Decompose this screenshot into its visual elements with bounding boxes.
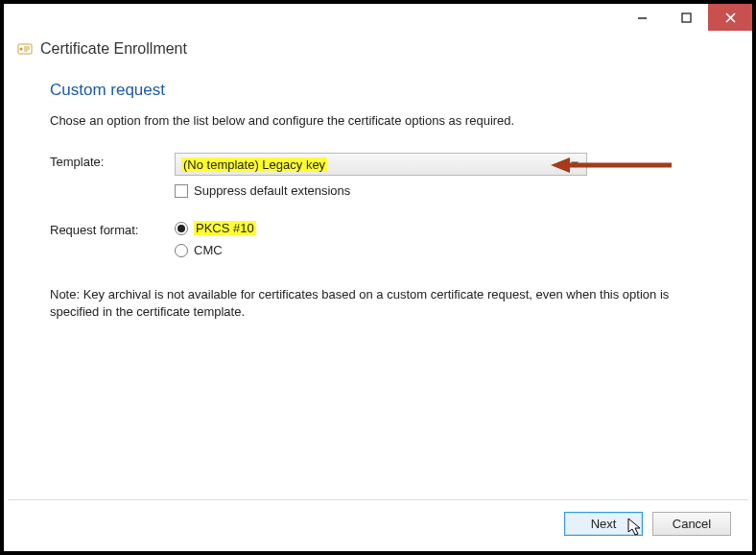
cancel-button-label: Cancel [673, 517, 711, 531]
maximize-button[interactable] [664, 4, 708, 31]
radio-cmc[interactable] [175, 244, 188, 257]
cancel-button[interactable]: Cancel [652, 512, 731, 536]
suppress-extensions-row: Suppress default extensions [175, 183, 706, 198]
close-button[interactable] [708, 4, 752, 31]
dialog-footer: Next Cancel [8, 499, 748, 547]
titlebar [4, 4, 752, 31]
minimize-button[interactable] [620, 4, 664, 31]
minimize-icon [637, 12, 648, 23]
radio-pkcs10[interactable] [175, 222, 188, 235]
suppress-extensions-label: Suppress default extensions [194, 183, 350, 198]
dialog-title: Certificate Enrollment [40, 40, 187, 58]
template-row: Template: (No template) Legacy key Suppr… [50, 153, 706, 215]
suppress-extensions-checkbox[interactable] [175, 184, 188, 198]
next-button[interactable]: Next [564, 512, 643, 536]
next-button-label: Next [591, 517, 617, 531]
radio-cmc-label: CMC [194, 243, 223, 257]
radio-pkcs10-label: PKCS #10 [194, 221, 256, 235]
maximize-icon [681, 12, 692, 23]
request-format-label: Request format: [50, 221, 175, 237]
close-icon [725, 12, 736, 23]
dialog-body: Custom request Chose an option from the … [4, 60, 752, 329]
template-label: Template: [50, 153, 175, 169]
svg-point-5 [20, 48, 23, 51]
dialog-header: Certificate Enrollment [4, 31, 752, 60]
svg-rect-1 [682, 13, 691, 22]
certificate-icon [17, 41, 33, 57]
request-format-cmc[interactable]: CMC [175, 243, 706, 257]
instruction-text: Chose an option from the list below and … [50, 113, 706, 128]
note-text: Note: Key archival is not available for … [50, 286, 706, 320]
dialog-window: Certificate Enrollment Custom request Ch… [0, 0, 756, 555]
request-format-pkcs10[interactable]: PKCS #10 [175, 221, 706, 235]
request-format-row: Request format: PKCS #10 CMC [50, 221, 706, 265]
template-selected-value: (No template) Legacy key [181, 157, 327, 172]
template-dropdown[interactable]: (No template) Legacy key [175, 153, 587, 176]
section-title: Custom request [50, 81, 706, 100]
